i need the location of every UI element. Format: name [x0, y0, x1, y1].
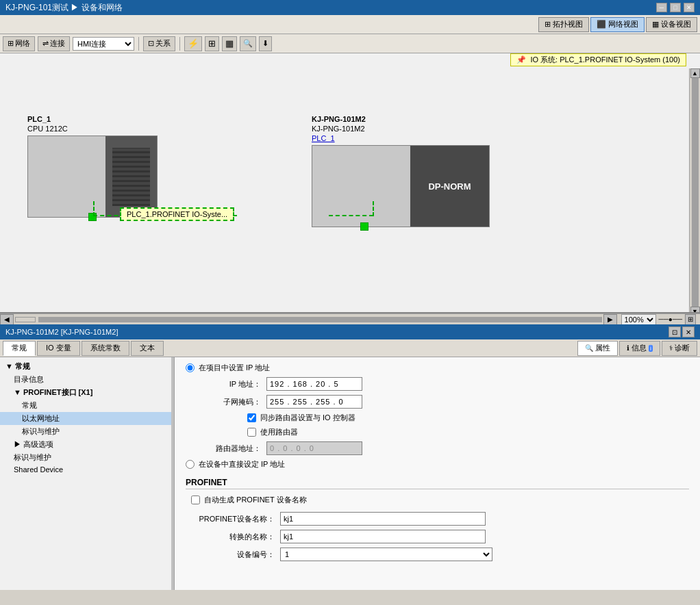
profinet-name-row: PROFINET设备名称： [186, 512, 689, 526]
profinet-system-label: PLC_1.PROFINET IO-Syste... [120, 207, 234, 221]
connection-type-select[interactable]: HMI连接 [73, 37, 134, 51]
radio-project-row: 在项目中设置 IP 地址 [186, 363, 689, 373]
panel-controls: ⊡ ✕ [668, 326, 695, 337]
dp-norm-box: DP-NORM [410, 146, 489, 227]
sidebar-item-shared[interactable]: Shared Device [0, 464, 174, 475]
toolbar-btn-4[interactable]: 🔍 [240, 36, 256, 51]
main-toolbar: ⊞ 网络 ⇌ 连接 HMI连接 ⊡ 关系 ⚡ ⊞ ▦ 🔍 ⬇ [0, 34, 700, 53]
close-button[interactable]: ✕ [684, 3, 695, 12]
converted-name-label: 转换的名称： [186, 532, 275, 542]
radio-device-row: 在设备中直接设定 IP 地址 [186, 459, 689, 469]
profinet-sub: KJ-PNG-101M2 [312, 125, 490, 133]
io-system-bar: 📌 IO 系统: PLC_1.PROFINET IO-System (100) [510, 53, 686, 66]
tab-diagnostics[interactable]: ⚕ 诊断 [662, 341, 697, 356]
zoom-slider: ──●── [659, 316, 682, 323]
sidebar-item-profinet[interactable]: ▼ PROFINET接口 [X1] [0, 386, 174, 399]
toolbar-btn-3[interactable]: ▦ [222, 36, 237, 51]
toolbar-btn-2[interactable]: ⊞ [205, 36, 219, 51]
use-router-row: 使用路由器 [247, 427, 689, 437]
tab-properties[interactable]: 🔍 属性 [577, 341, 618, 356]
sidebar-resize-handle[interactable] [171, 357, 174, 590]
toolbar-btn-5[interactable]: ⬇ [259, 36, 272, 51]
right-tabs: 🔍 属性 ℹ 信息 i ⚕ 诊断 [577, 341, 697, 356]
profinet-container: KJ-PNG-101M2 KJ-PNG-101M2 PLC_1 DP-NORM [312, 115, 490, 227]
panel-btn-2[interactable]: ✕ [682, 326, 695, 337]
device-number-row: 设备编号： 1 2 3 [186, 548, 689, 561]
info-badge: i [649, 345, 653, 352]
converted-name-row: 转换的名称： [186, 530, 689, 543]
cpu-slot [105, 136, 157, 217]
device-number-select[interactable]: 1 2 3 [280, 548, 492, 561]
device-number-label: 设备编号： [186, 550, 275, 560]
pin-icon: 📌 [516, 55, 526, 64]
topology-view-button[interactable]: ⊞ 拓扑视图 [538, 17, 589, 32]
dp-norm-label: DP-NORM [428, 181, 471, 192]
minimize-button[interactable]: ─ [656, 3, 667, 12]
device-view-button[interactable]: ▦ 设备视图 [646, 17, 697, 32]
profinet-section-title: PROFINET [186, 478, 689, 489]
left-tabs: 常规 IO 变量 系统常数 文本 [3, 341, 164, 356]
radio-device[interactable] [186, 460, 195, 469]
props-tabs-row: 常规 IO 变量 系统常数 文本 🔍 属性 ℹ 信息 i ⚕ [0, 339, 700, 357]
relation-button[interactable]: ⊡ 关系 [143, 36, 175, 51]
radio-project[interactable] [186, 363, 195, 372]
scroll-up-button[interactable]: ▲ [690, 68, 700, 78]
title-bar: KJ-PNG-101测试 ▶ 设备和网络 ─ □ ✕ [0, 0, 700, 15]
ip-address-input[interactable] [266, 377, 362, 391]
router-label: 路由器地址： [199, 443, 261, 454]
prop-sidebar: ▼ 常规 目录信息 ▼ PROFINET接口 [X1] 常规 以太网地址 标识与… [0, 357, 175, 590]
topology-icon: ⊞ [545, 20, 551, 29]
tab-info[interactable]: ℹ 信息 i [619, 341, 660, 356]
ip-label: IP 地址： [199, 379, 261, 389]
use-router-checkbox[interactable] [247, 428, 256, 437]
maximize-button[interactable]: □ [670, 3, 681, 12]
info-icon: ℹ [627, 344, 629, 352]
sidebar-item-ethernet[interactable]: 以太网地址 [0, 412, 174, 425]
tab-general[interactable]: 常规 [3, 341, 36, 356]
device-bar-title: KJ-PNG-101M2 [KJ-PNG-101M2] [5, 328, 118, 336]
plc-container: PLC_1 CPU 1212C [27, 115, 158, 218]
ip-address-row: IP 地址： [199, 377, 689, 391]
converted-name-input[interactable] [280, 530, 486, 543]
subnet-mask-row: 子网掩码： [199, 395, 689, 409]
properties-icon: 🔍 [585, 344, 593, 352]
subnet-input[interactable] [266, 395, 362, 409]
device-info-bar: KJ-PNG-101M2 [KJ-PNG-101M2] ⊡ ✕ [0, 324, 700, 339]
zoom-fit-button[interactable]: ⊞ [685, 314, 696, 325]
toolbar-btn-1[interactable]: ⚡ [184, 36, 202, 51]
scroll-left-button[interactable]: ◀ [0, 314, 14, 325]
auto-generate-row: 自动生成 PROFINET 设备名称 [191, 495, 689, 505]
network-button[interactable]: ⊞ 网络 [3, 36, 35, 51]
router-address-input[interactable] [266, 441, 362, 455]
auto-generate-checkbox[interactable] [191, 495, 200, 504]
device-icon: ▦ [652, 20, 659, 29]
scroll-track[interactable] [692, 78, 699, 307]
sidebar-item-general[interactable]: ▼ 常规 [0, 360, 174, 373]
vertical-scrollbar: ▲ ▼ [689, 68, 700, 313]
sidebar-item-id-maint[interactable]: 标识与维护 [0, 425, 174, 438]
subnet-label: 子网掩码： [199, 397, 261, 407]
network-icon: ⬛ [597, 20, 606, 29]
sync-router-checkbox[interactable] [247, 413, 256, 422]
scroll-down-button[interactable]: ▼ [690, 307, 700, 313]
scroll-track-h[interactable] [38, 317, 602, 322]
sidebar-item-profinet-general[interactable]: 常规 [0, 399, 174, 412]
prop-body: ▼ 常规 目录信息 ▼ PROFINET接口 [X1] 常规 以太网地址 标识与… [0, 357, 700, 590]
sidebar-item-id-maint2[interactable]: 标识与维护 [0, 451, 174, 464]
sidebar-item-directory[interactable]: 目录信息 [0, 373, 174, 386]
network-view-button[interactable]: ⬛ 网络视图 [590, 17, 645, 32]
profinet-link[interactable]: PLC_1 [312, 134, 490, 142]
tab-io-vars[interactable]: IO 变量 [37, 341, 80, 356]
scroll-right-button[interactable]: ▶ [603, 314, 617, 325]
tab-sys-const[interactable]: 系统常数 [82, 341, 129, 356]
plc-device-box[interactable] [27, 136, 158, 218]
horizontal-scrollbar: ◀ ▶ 100% ──●── ⊞ [0, 313, 700, 324]
plc-name: PLC_1 [27, 115, 158, 123]
panel-btn-1[interactable]: ⊡ [668, 326, 681, 337]
router-addr-row: 路由器地址： [199, 441, 689, 455]
connect-button[interactable]: ⇌ 连接 [38, 36, 70, 51]
zoom-select[interactable]: 100% [621, 314, 656, 325]
profinet-name-input[interactable] [280, 512, 486, 526]
sidebar-item-advanced[interactable]: ▶ 高级选项 [0, 438, 174, 451]
tab-text[interactable]: 文本 [131, 341, 164, 356]
